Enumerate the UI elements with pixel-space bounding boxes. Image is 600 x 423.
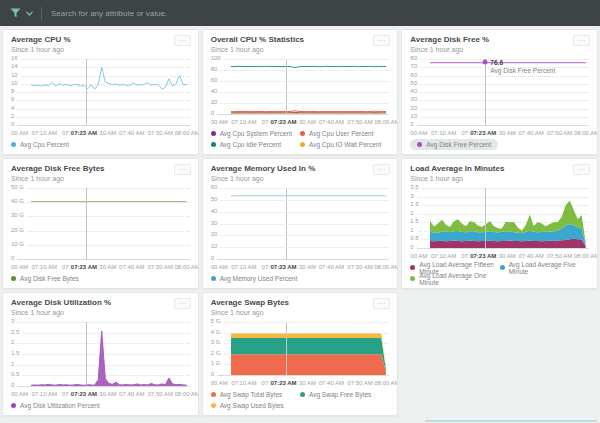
chart-legend: Avg Load Average Fifteen MinuteAvg Load … (410, 261, 589, 286)
y-axis-label: 20 G (11, 227, 27, 234)
x-axis-tick: 08:00 AM (374, 263, 398, 271)
chart-card-avg-swap-bytes: Average Swap BytesSince 1 hour ago…01 G2… (202, 292, 399, 416)
chart-menu-button[interactable]: … (174, 164, 191, 175)
chart-legend: Avg Memory Used Percent (211, 272, 390, 286)
legend-item[interactable]: Avg Cpu Idle Percent (211, 139, 300, 150)
search-input[interactable] (51, 9, 590, 18)
chart-menu-button[interactable]: … (573, 164, 590, 175)
chart-menu-button[interactable]: … (573, 35, 590, 46)
y-axis-label: 0.5 (410, 236, 421, 243)
x-axis-tick: 07:40 AM (119, 263, 144, 271)
y-axis-label: 4 (11, 105, 17, 112)
y-axis-label: 0 (11, 382, 17, 389)
y-axis-label: 0 (211, 255, 217, 262)
x-axis: 00 AM07:10 AM07:07:23 AM:30 AM07:40 AM07… (211, 262, 390, 272)
y-axis-label: 0 (410, 121, 416, 128)
legend-item[interactable]: Avg Disk Utilization Percent (11, 400, 100, 411)
y-axis-label: 1.5 (11, 350, 22, 357)
chart-canvas (430, 189, 586, 248)
crosshair-line (86, 322, 87, 386)
chart-menu-button[interactable]: … (174, 35, 191, 46)
chart-card-load-average: Load Average In MinutesSince 1 hour ago…… (401, 158, 598, 289)
chart-plot[interactable]: 010 G20 G30 G40 G50 G (11, 188, 190, 260)
legend-item[interactable]: Avg Disk Free Bytes (11, 273, 100, 284)
x-axis-tick: 00 AM (11, 390, 28, 398)
chart-legend: Avg Cpu System PercentAvg Cpu User Perce… (211, 127, 390, 152)
legend-color-dot (417, 142, 422, 147)
y-axis-label: 40 (211, 208, 221, 215)
crosshair-line (485, 59, 486, 125)
y-axis-label: 2 (11, 339, 17, 346)
chart-menu-button[interactable]: … (373, 164, 390, 175)
crosshair-time-label: 07:23 AM (470, 252, 496, 260)
x-axis: 00 AM07:10 AM07:07:23 AM:30 AM07:40 AM07… (11, 389, 190, 399)
y-axis-label: 20 (211, 99, 221, 106)
x-axis-tick: 07:40 AM (319, 263, 344, 271)
filter-funnel-icon[interactable] (10, 8, 21, 18)
legend-item[interactable]: Avg Disk Free Percent (410, 139, 498, 150)
x-axis-tick: 08:00 AM (174, 390, 198, 398)
x-axis-tick: 07:10 AM (431, 129, 456, 137)
chart-menu-button[interactable]: … (373, 298, 390, 309)
chart-subtitle: Since 1 hour ago (410, 45, 589, 54)
x-axis-tick: 07:50 AM (148, 129, 173, 137)
x-axis-tick: 07:40 AM (119, 390, 144, 398)
y-axis-label: 0 (410, 244, 416, 251)
chart-plot[interactable]: 0102030405060708076.6Avg Disk Free Perce… (410, 59, 589, 126)
y-axis-label: 5 G (211, 318, 224, 325)
y-axis-label: 3 (11, 318, 17, 325)
legend-item[interactable]: Avg Swap Free Bytes (300, 389, 389, 400)
y-axis-label: 1 (410, 227, 416, 234)
y-axis-label: 2 (410, 210, 416, 217)
chart-title: Overall CPU % Statistics (211, 35, 390, 45)
chart-plot[interactable]: 0246810121416 (11, 59, 190, 126)
y-axis-label: 4 G (211, 329, 224, 336)
legend-item[interactable]: Avg Cpu IO Wait Percent (300, 139, 389, 150)
chart-canvas (31, 323, 187, 386)
y-axis-label: 10 (410, 113, 420, 120)
x-axis-tick: 07:10 AM (231, 379, 256, 387)
x-axis-tick: 08:00 AM (174, 129, 198, 137)
legend-item[interactable]: Avg Memory Used Percent (211, 273, 300, 284)
legend-item[interactable]: Avg Swap Total Bytes (211, 389, 300, 400)
chevron-down-icon[interactable] (26, 11, 33, 16)
x-axis: 00 AM07:10 AM07:07:23 AM:30 AM07:40 AM07… (211, 378, 390, 388)
legend-item[interactable]: Avg Cpu Percent (11, 139, 100, 150)
chart-plot[interactable]: 01 G2 G3 G4 G5 G (211, 322, 390, 376)
x-axis-tick: 07:40 AM (319, 118, 344, 126)
crosshair-tooltip: 76.6Avg Disk Free Percent (490, 59, 555, 75)
chart-plot[interactable]: 00.511.522.53 (11, 322, 190, 387)
x-axis-tick: 00 AM (11, 129, 28, 137)
legend-color-dot (211, 276, 216, 281)
x-axis: 00 AM07:10 AM07:07:23 AM:30 AM07:40 AM07… (211, 117, 390, 127)
chart-plot[interactable]: 0102030405060 (211, 188, 390, 260)
chart-plot[interactable]: 020406080100 (211, 59, 390, 115)
chart-menu-button[interactable]: … (174, 298, 191, 309)
x-axis-tick: :30 AM (297, 118, 316, 126)
legend-item[interactable]: Avg Load Average Five Minute (500, 262, 589, 273)
legend-item[interactable]: Avg Load Average One Minute (410, 273, 499, 284)
legend-label: Avg Swap Free Bytes (309, 391, 371, 398)
legend-item[interactable]: Avg Cpu User Percent (300, 128, 389, 139)
x-axis-tick: 07: (262, 263, 270, 271)
chart-menu-button[interactable]: … (373, 35, 390, 46)
legend-label: Avg Disk Free Bytes (20, 275, 79, 282)
legend-color-dot (500, 265, 505, 270)
chart-plot[interactable]: 00.511.522.533.5 (410, 188, 589, 249)
x-axis-tick: 08:00 AM (574, 129, 598, 137)
legend-label: Avg Load Average One Minute (419, 272, 499, 286)
y-axis-label: 3 G (211, 339, 224, 346)
crosshair-marker-dot (483, 59, 488, 64)
legend-label: Avg Cpu Idle Percent (220, 141, 281, 148)
legend-item[interactable]: Avg Swap Used Bytes (211, 400, 300, 411)
x-axis-tick: 07:10 AM (32, 263, 57, 271)
chart-legend: Avg Disk Free Bytes (11, 272, 190, 286)
x-axis-tick: 07:40 AM (518, 252, 543, 260)
dashboard-grid: Average CPU %Since 1 hour ago…0246810121… (0, 26, 600, 416)
y-axis-label: 3 (410, 193, 416, 200)
y-axis-label: 3.5 (410, 184, 421, 191)
legend-item[interactable]: Avg Cpu System Percent (211, 128, 300, 139)
y-axis-label: 1 (11, 361, 17, 368)
y-axis-label: 10 (211, 243, 221, 250)
legend-label: Avg Cpu Percent (20, 141, 69, 148)
